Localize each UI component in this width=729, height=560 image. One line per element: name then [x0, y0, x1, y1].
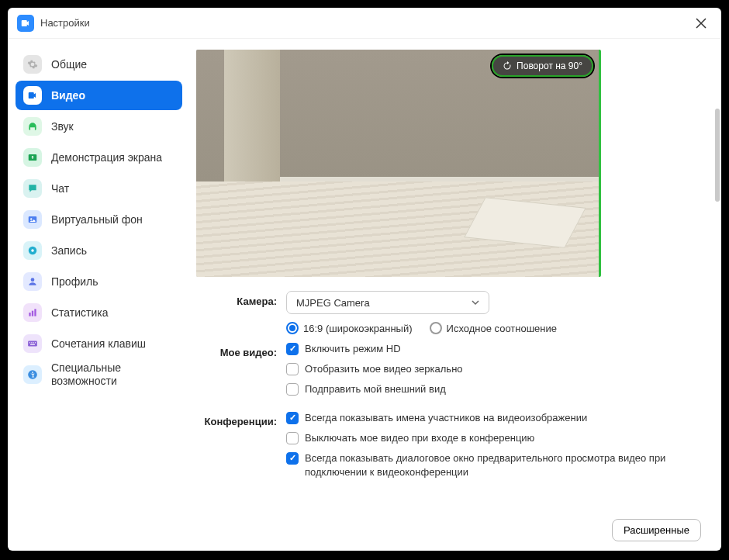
mirror-checkbox[interactable]: Отобразить мое видео зеркально	[286, 362, 701, 376]
chevron-down-icon	[472, 299, 479, 306]
window-title: Настройки	[40, 17, 90, 29]
content-scrollbar[interactable]	[715, 109, 720, 202]
checkbox-icon	[286, 452, 299, 465]
sidebar-item-label: Звук	[51, 120, 74, 133]
sidebar-item-label: Демонстрация экрана	[51, 151, 162, 164]
rotate-label: Поворот на 90°	[517, 60, 582, 71]
sidebar-item-chat[interactable]: Чат	[16, 174, 182, 203]
sidebar-item-stats[interactable]: Статистика	[16, 298, 182, 327]
checkbox-icon	[286, 343, 299, 355]
sidebar-item-profile[interactable]: Профиль	[16, 267, 182, 296]
sidebar-item-label: Чат	[51, 182, 69, 195]
camera-select[interactable]: MJPEG Camera	[286, 291, 489, 314]
sidebar-item-bg[interactable]: Виртуальный фон	[16, 205, 182, 234]
checkbox-icon	[286, 412, 299, 424]
svg-rect-8	[34, 309, 36, 316]
aspect-wide-radio[interactable]: 16:9 (широкоэкранный)	[286, 322, 413, 334]
profile-icon	[23, 272, 42, 291]
sidebar: ОбщиеВидеоЗвукДемонстрация экранаЧатВирт…	[8, 39, 190, 551]
show-preview-dialog-checkbox[interactable]: Всегда показывать диалоговое окно предва…	[286, 451, 701, 479]
camera-label: Камера:	[196, 291, 286, 307]
svg-point-5	[31, 278, 35, 282]
sidebar-item-label: Виртуальный фон	[51, 213, 143, 226]
rotate-icon	[503, 61, 512, 71]
my-video-label: Мое видео:	[196, 342, 286, 358]
sidebar-item-record[interactable]: Запись	[16, 236, 182, 265]
sidebar-item-label: Статистика	[51, 306, 109, 320]
record-icon	[23, 241, 42, 260]
camera-value: MJPEG Camera	[296, 297, 370, 309]
checkbox-icon	[286, 383, 299, 396]
camera-feed	[196, 50, 599, 277]
svg-rect-14	[30, 344, 35, 345]
stats-icon	[23, 303, 42, 322]
svg-rect-11	[31, 342, 32, 343]
checkbox-icon	[286, 363, 299, 375]
svg-rect-9	[28, 341, 37, 347]
sidebar-item-label: Сочетания клавиш	[51, 337, 146, 351]
svg-point-16	[32, 372, 33, 373]
bg-icon	[23, 210, 42, 229]
svg-rect-13	[35, 342, 36, 343]
svg-point-2	[30, 218, 32, 220]
radio-icon	[430, 322, 442, 334]
content-pane: Поворот на 90° Камера: MJPEG Camera	[190, 39, 721, 551]
close-button[interactable]	[690, 12, 712, 34]
sidebar-item-share[interactable]: Демонстрация экрана	[16, 143, 182, 172]
sidebar-item-video[interactable]: Видео	[16, 81, 182, 110]
radio-icon	[286, 322, 299, 334]
titlebar: Настройки	[8, 8, 721, 39]
share-icon	[23, 148, 42, 167]
svg-rect-10	[29, 342, 30, 343]
checkbox-icon	[286, 432, 299, 444]
svg-point-4	[31, 249, 34, 252]
svg-rect-7	[32, 311, 33, 316]
video-preview: Поворот на 90°	[196, 50, 601, 277]
chat-icon	[23, 179, 42, 198]
gear-icon	[23, 55, 42, 74]
sidebar-item-headphones[interactable]: Звук	[16, 112, 182, 141]
rotate-90-button[interactable]: Поворот на 90°	[492, 55, 593, 77]
aspect-original-radio[interactable]: Исходное соотношение	[430, 322, 558, 334]
sidebar-item-label: Специальные возможности	[51, 361, 174, 388]
close-icon	[696, 18, 707, 29]
conferences-label: Конференции:	[196, 411, 286, 427]
keyboard-icon	[23, 334, 42, 353]
disable-video-join-checkbox[interactable]: Выключать мое видео при входе в конферен…	[286, 431, 701, 445]
app-icon	[17, 15, 34, 32]
svg-rect-6	[29, 313, 30, 316]
touchup-checkbox[interactable]: Подправить мой внешний вид	[286, 382, 701, 396]
sidebar-item-gear[interactable]: Общие	[16, 50, 182, 79]
hd-checkbox[interactable]: Включить режим HD	[286, 342, 701, 356]
svg-rect-12	[33, 342, 34, 343]
sidebar-item-accessibility[interactable]: Специальные возможности	[16, 360, 182, 389]
sidebar-item-keyboard[interactable]: Сочетания клавиш	[16, 329, 182, 358]
advanced-button[interactable]: Расширенные	[612, 519, 701, 541]
sidebar-item-label: Общие	[51, 58, 87, 71]
sidebar-item-label: Запись	[51, 244, 87, 258]
headphones-icon	[23, 117, 42, 136]
accessibility-icon	[23, 365, 42, 384]
sidebar-item-label: Видео	[51, 89, 85, 102]
show-names-checkbox[interactable]: Всегда показывать имена участников на ви…	[286, 411, 701, 425]
video-icon	[23, 86, 42, 105]
settings-window: Настройки ОбщиеВидеоЗвукДемонстрация экр…	[8, 8, 721, 551]
sidebar-item-label: Профиль	[51, 275, 98, 289]
